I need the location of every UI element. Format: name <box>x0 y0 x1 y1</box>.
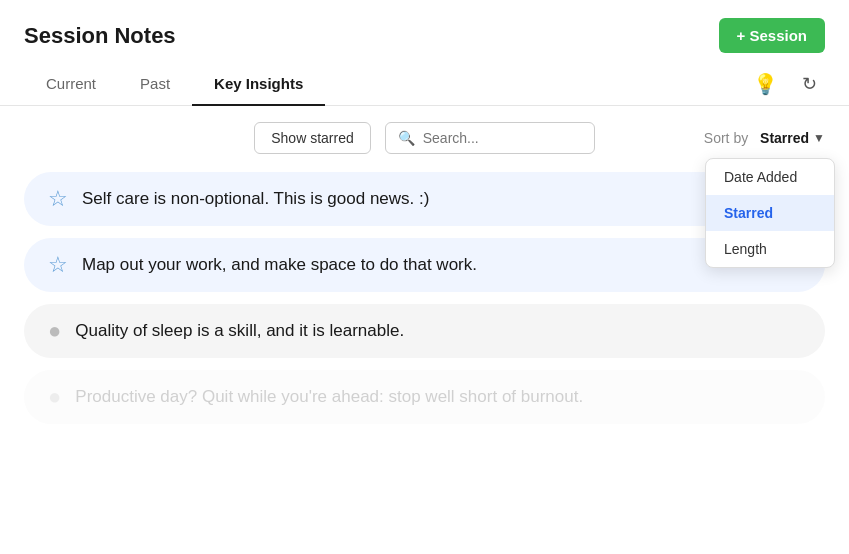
bulb-icon-button[interactable]: 💡 <box>749 68 781 100</box>
sort-dropdown: Date Added Starred Length <box>705 158 835 268</box>
insight-text-3: Quality of sleep is a skill, and it is l… <box>75 321 404 341</box>
search-icon: 🔍 <box>398 130 415 146</box>
tabs-list: Current Past Key Insights <box>24 63 325 105</box>
sort-by-value: Starred <box>760 130 809 146</box>
insight-text-2: Map out your work, and make space to do … <box>82 255 477 275</box>
add-session-button[interactable]: + Session <box>719 18 825 53</box>
sort-by-control[interactable]: Sort by Starred ▼ <box>704 130 825 146</box>
dropdown-item-length[interactable]: Length <box>706 231 834 267</box>
star-icon-1[interactable]: ☆ <box>48 186 68 212</box>
dropdown-item-starred[interactable]: Starred <box>706 195 834 231</box>
page-title: Session Notes <box>24 23 176 49</box>
chevron-down-icon: ▼ <box>813 131 825 145</box>
dropdown-item-date-added[interactable]: Date Added <box>706 159 834 195</box>
header: Session Notes + Session <box>0 0 849 63</box>
insight-card-3[interactable]: ● Quality of sleep is a skill, and it is… <box>24 304 825 358</box>
search-input[interactable] <box>423 130 582 146</box>
tabs-bar: Current Past Key Insights 💡 ↻ <box>0 63 849 106</box>
insight-text-1: Self care is non-optional. This is good … <box>82 189 429 209</box>
toolbar: Show starred 🔍 Sort by Starred ▼ Date Ad… <box>0 106 849 164</box>
insight-text-4: Productive day? Quit while you're ahead:… <box>75 387 583 407</box>
tabs-actions: 💡 ↻ <box>749 68 825 100</box>
refresh-icon-button[interactable]: ↻ <box>793 68 825 100</box>
tab-current[interactable]: Current <box>24 63 118 106</box>
show-starred-button[interactable]: Show starred <box>254 122 370 154</box>
star-icon-3[interactable]: ● <box>48 318 61 344</box>
tab-past[interactable]: Past <box>118 63 192 106</box>
star-icon-2[interactable]: ☆ <box>48 252 68 278</box>
bulb-icon: 💡 <box>753 72 778 96</box>
refresh-icon: ↻ <box>802 73 817 95</box>
insight-card-4[interactable]: ● Productive day? Quit while you're ahea… <box>24 370 825 424</box>
star-icon-4[interactable]: ● <box>48 384 61 410</box>
search-box: 🔍 <box>385 122 595 154</box>
tab-key-insights[interactable]: Key Insights <box>192 63 325 106</box>
sort-by-label: Sort by <box>704 130 748 146</box>
